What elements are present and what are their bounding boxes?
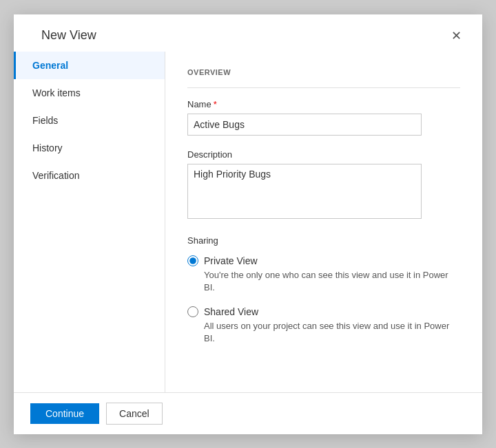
name-label: Name * <box>187 99 460 109</box>
shared-view-option: Shared View All users on your project ca… <box>187 306 460 345</box>
shared-view-description: All users on your project can see this v… <box>204 320 460 345</box>
main-content: Overview Name * Description High Priorit… <box>165 52 482 392</box>
sharing-section: Sharing Private View You're the only one… <box>187 235 460 354</box>
overview-divider <box>187 87 460 88</box>
shared-view-label[interactable]: Shared View <box>204 306 258 317</box>
continue-button[interactable]: Continue <box>30 403 99 424</box>
shared-view-row: Shared View <box>187 306 460 317</box>
close-button[interactable]: ✕ <box>447 27 466 45</box>
sharing-label: Sharing <box>187 235 460 246</box>
dialog-footer: Continue Cancel <box>14 392 482 434</box>
cancel-button[interactable]: Cancel <box>106 403 163 425</box>
name-input[interactable] <box>187 114 422 136</box>
sidebar-item-work-items[interactable]: Work items <box>14 79 165 107</box>
dialog-header: New View ✕ <box>14 14 482 52</box>
dialog-body: General Work items Fields History Verifi… <box>14 52 482 392</box>
private-view-row: Private View <box>187 255 460 266</box>
sidebar-item-verification[interactable]: Verification <box>14 162 165 189</box>
private-view-radio[interactable] <box>187 255 198 266</box>
description-input[interactable]: High Priority Bugs <box>187 164 422 219</box>
sidebar-item-fields[interactable]: Fields <box>14 107 165 134</box>
sidebar-item-general[interactable]: General <box>14 52 165 79</box>
private-view-option: Private View You're the only one who can… <box>187 255 460 294</box>
radio-group: Private View You're the only one who can… <box>187 255 460 354</box>
shared-view-radio[interactable] <box>187 306 198 317</box>
name-field-group: Name * <box>187 99 460 136</box>
overview-label: Overview <box>187 68 460 76</box>
sidebar: General Work items Fields History Verifi… <box>14 52 165 392</box>
private-view-description: You're the only one who can see this vie… <box>204 269 460 294</box>
sidebar-item-history[interactable]: History <box>14 134 165 162</box>
private-view-label[interactable]: Private View <box>204 255 258 266</box>
dialog-title: New View <box>41 28 96 43</box>
dialog-overlay: New View ✕ General Work items Fields His… <box>0 0 496 448</box>
description-label: Description <box>187 149 460 160</box>
description-field-group: Description High Priority Bugs <box>187 149 460 222</box>
dialog: New View ✕ General Work items Fields His… <box>14 14 482 434</box>
required-indicator: * <box>214 99 217 109</box>
